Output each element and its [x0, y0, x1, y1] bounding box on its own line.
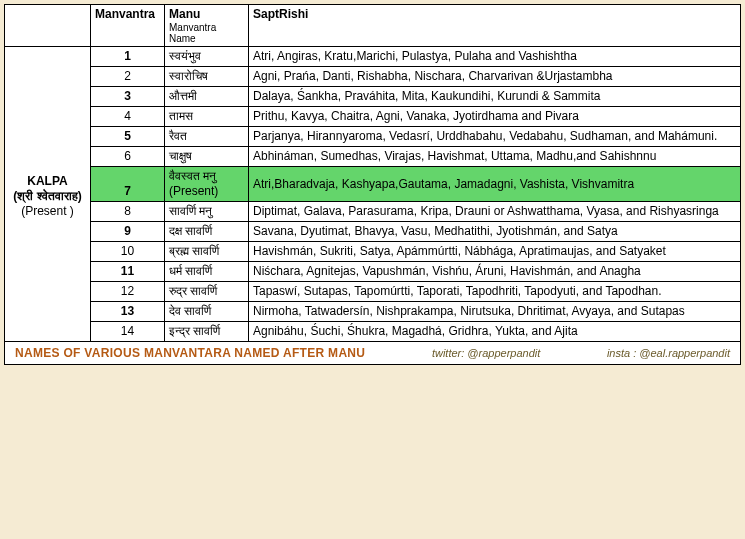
saptrishi-names: Atri,Bharadvaja, Kashyapa,Gautama, Jamad…: [249, 167, 741, 202]
saptrishi-names: Prithu, Kavya, Chaitra, Agni, Vanaka, Jy…: [249, 107, 741, 127]
table-row: 7वैवस्वत मनु (Present)Atri,Bharadvaja, K…: [5, 167, 741, 202]
saptrishi-names: Dalaya, Śankha, Praváhita, Mita, Kaukund…: [249, 87, 741, 107]
table-row: 5रैवतParjanya, Hirannyaroma, Vedasrí, Ur…: [5, 127, 741, 147]
manu-name: चाक्षुष: [165, 147, 249, 167]
saptrishi-names: Atri, Angiras, Kratu,Marichi, Pulastya, …: [249, 47, 741, 67]
footer-title: NAMES OF VARIOUS MANVANTARA NAMED AFTER …: [15, 346, 365, 360]
kalpa-cell: KALPA(श्री श्वेतवाराह)(Present ): [5, 47, 91, 342]
manu-name: ब्रह्म सावर्णि: [165, 242, 249, 262]
manu-name: इन्द्र सावर्णि: [165, 322, 249, 342]
hdr-manvantra: Manvantra: [91, 5, 165, 47]
table-row: 9दक्ष सावर्णिSavana, Dyutimat, Bhavya, V…: [5, 222, 741, 242]
manvantra-index: 10: [91, 242, 165, 262]
manvantra-index: 5: [91, 127, 165, 147]
kalpa-sub: (श्री श्वेतवाराह): [9, 189, 86, 204]
manvantra-index: 2: [91, 67, 165, 87]
hdr-kalpa: [5, 5, 91, 47]
manu-name: रुद्र सावर्णि: [165, 282, 249, 302]
manu-name: तामस: [165, 107, 249, 127]
manu-name: देव सावर्णि: [165, 302, 249, 322]
hdr-manu-sub: Manvantra Name: [169, 22, 244, 44]
manu-name: दक्ष सावर्णि: [165, 222, 249, 242]
kalpa-label: KALPA: [9, 174, 86, 189]
table-row: 14इन्द्र सावर्णिAgnibáhu, Śuchi, Śhukra,…: [5, 322, 741, 342]
header-row: Manvantra Manu Manvantra Name SaptRishi: [5, 5, 741, 47]
manu-name: औत्तमी: [165, 87, 249, 107]
manvantra-index: 4: [91, 107, 165, 127]
footer-twitter: twitter: @rapperpandit: [432, 347, 540, 359]
manu-name: रैवत: [165, 127, 249, 147]
table-row: 8सावर्णि मनुDiptimat, Galava, Parasurama…: [5, 202, 741, 222]
manvantra-index: 1: [91, 47, 165, 67]
manvantra-index: 14: [91, 322, 165, 342]
manu-name: स्वयंभुव: [165, 47, 249, 67]
hdr-saptrishi: SaptRishi: [249, 5, 741, 47]
manvantra-index: 11: [91, 262, 165, 282]
manu-name: सावर्णि मनु: [165, 202, 249, 222]
manvantra-index: 3: [91, 87, 165, 107]
table-row: 13देव सावर्णिNirmoha, Tatwadersín, Nishp…: [5, 302, 741, 322]
saptrishi-names: Parjanya, Hirannyaroma, Vedasrí, Urddhab…: [249, 127, 741, 147]
saptrishi-names: Savana, Dyutimat, Bhavya, Vasu, Medhatit…: [249, 222, 741, 242]
kalpa-present: (Present ): [9, 204, 86, 219]
manvantra-index: 8: [91, 202, 165, 222]
saptrishi-names: Agnibáhu, Śuchi, Śhukra, Magadhá, Gridhr…: [249, 322, 741, 342]
manvantra-index: 6: [91, 147, 165, 167]
footer-bar: NAMES OF VARIOUS MANVANTARA NAMED AFTER …: [4, 342, 741, 365]
manvantara-table: Manvantra Manu Manvantra Name SaptRishi …: [4, 4, 741, 342]
manvantra-index: 12: [91, 282, 165, 302]
manu-name: वैवस्वत मनु (Present): [165, 167, 249, 202]
saptrishi-names: Nirmoha, Tatwadersín, Nishprakampa, Niru…: [249, 302, 741, 322]
saptrishi-names: Havishmán, Sukriti, Satya, Apámmúrtti, N…: [249, 242, 741, 262]
saptrishi-names: Diptimat, Galava, Parasurama, Kripa, Dra…: [249, 202, 741, 222]
table-row: 2स्वारोचिषAgni, Prańa, Danti, Rishabha, …: [5, 67, 741, 87]
footer-insta: insta : @eal.rapperpandit: [607, 347, 730, 359]
manvantra-index: 7: [91, 167, 165, 202]
manvantra-index: 9: [91, 222, 165, 242]
manu-name: धर्म सावर्णि: [165, 262, 249, 282]
table-row: KALPA(श्री श्वेतवाराह)(Present )1स्वयंभु…: [5, 47, 741, 67]
table-row: 12रुद्र सावर्णिTapaswí, Sutapas, Tapomúr…: [5, 282, 741, 302]
hdr-manu: Manu Manvantra Name: [165, 5, 249, 47]
saptrishi-names: Niśchara, Agnitejas, Vapushmán, Vishńu, …: [249, 262, 741, 282]
manu-name: स्वारोचिष: [165, 67, 249, 87]
table-row: 11धर्म सावर्णिNiśchara, Agnitejas, Vapus…: [5, 262, 741, 282]
saptrishi-names: Abhináman, Sumedhas, Virajas, Havishmat,…: [249, 147, 741, 167]
hdr-manu-main: Manu: [169, 7, 200, 21]
saptrishi-names: Tapaswí, Sutapas, Tapomúrtti, Taporati, …: [249, 282, 741, 302]
table-row: 4तामसPrithu, Kavya, Chaitra, Agni, Vanak…: [5, 107, 741, 127]
table-row: 3औत्तमीDalaya, Śankha, Praváhita, Mita, …: [5, 87, 741, 107]
manvantra-index: 13: [91, 302, 165, 322]
table-row: 10ब्रह्म सावर्णिHavishmán, Sukriti, Saty…: [5, 242, 741, 262]
table-row: 6चाक्षुषAbhináman, Sumedhas, Virajas, Ha…: [5, 147, 741, 167]
saptrishi-names: Agni, Prańa, Danti, Rishabha, Nischara, …: [249, 67, 741, 87]
